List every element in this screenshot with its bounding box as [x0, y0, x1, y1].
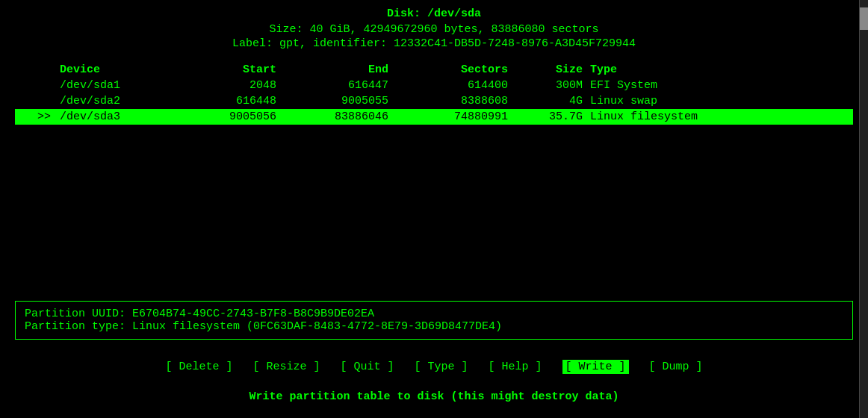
- type-line: Partition type: Linux filesystem (0FC63D…: [25, 320, 843, 333]
- row1-type: EFI System: [590, 79, 831, 92]
- row1-start: 2048: [164, 79, 299, 92]
- disk-title: Disk: /dev/sda: [15, 7, 853, 20]
- resize-button[interactable]: [ Resize ]: [252, 361, 320, 373]
- scrollbar-thumb[interactable]: [860, 7, 868, 30]
- row3-type: Linux filesystem: [590, 110, 831, 123]
- row3-start: 9005056: [164, 110, 299, 123]
- row3-end: 83886046: [299, 110, 411, 123]
- table-row[interactable]: /dev/sda1 2048 616447 614400 300M EFI Sy…: [15, 78, 853, 93]
- row1-device: /dev/sda1: [60, 79, 164, 92]
- header-start: Start: [164, 63, 299, 76]
- header-type: Type: [590, 63, 831, 76]
- warning-text: Write partition table to disk (this migh…: [0, 390, 868, 403]
- row2-arrow: [37, 95, 60, 107]
- header-end: End: [299, 63, 411, 76]
- uuid-line: Partition UUID: E6704B74-49CC-2743-B7F8-…: [25, 308, 843, 320]
- header-device: Device: [60, 63, 164, 76]
- button-bar: [ Delete ] [ Resize ] [ Quit ] [ Type ] …: [0, 361, 868, 373]
- row1-size: 300M: [530, 79, 590, 92]
- row2-size: 4G: [530, 95, 590, 107]
- delete-button[interactable]: [ Delete ]: [165, 361, 232, 373]
- info-box: Partition UUID: E6704B74-49CC-2743-B7F8-…: [15, 301, 853, 340]
- type-button[interactable]: [ Type ]: [414, 361, 468, 373]
- write-button[interactable]: [ Write ]: [562, 360, 629, 374]
- disk-size-info: Size: 40 GiB, 42949672960 bytes, 8388608…: [15, 23, 853, 36]
- row2-sectors: 8388608: [411, 95, 530, 107]
- row3-size: 35.7G: [530, 110, 590, 123]
- row2-device: /dev/sda2: [60, 95, 164, 107]
- quit-button[interactable]: [ Quit ]: [340, 361, 394, 373]
- table-row[interactable]: /dev/sda2 616448 9005055 8388608 4G Linu…: [15, 93, 853, 109]
- row3-arrow: >>: [37, 110, 60, 123]
- header-sectors: Sectors: [411, 63, 530, 76]
- row1-sectors: 614400: [411, 79, 530, 92]
- scrollbar[interactable]: [859, 0, 868, 418]
- row2-start: 616448: [164, 95, 299, 107]
- row3-device: /dev/sda3: [60, 110, 164, 123]
- row3-sectors: 74880991: [411, 110, 530, 123]
- row1-arrow: [37, 79, 60, 92]
- row2-type: Linux swap: [590, 95, 831, 107]
- dump-button[interactable]: [ Dump ]: [649, 361, 703, 373]
- row2-end: 9005055: [299, 95, 411, 107]
- table-row-selected[interactable]: >> /dev/sda3 9005056 83886046 74880991 3…: [15, 109, 853, 125]
- disk-label-info: Label: gpt, identifier: 12332C41-DB5D-72…: [15, 37, 853, 50]
- row1-end: 616447: [299, 79, 411, 92]
- header-size: Size: [530, 63, 590, 76]
- partition-table: Device Start End Sectors Size Type /dev/…: [15, 62, 853, 125]
- table-header: Device Start End Sectors Size Type: [15, 62, 853, 78]
- help-button[interactable]: [ Help ]: [489, 361, 542, 373]
